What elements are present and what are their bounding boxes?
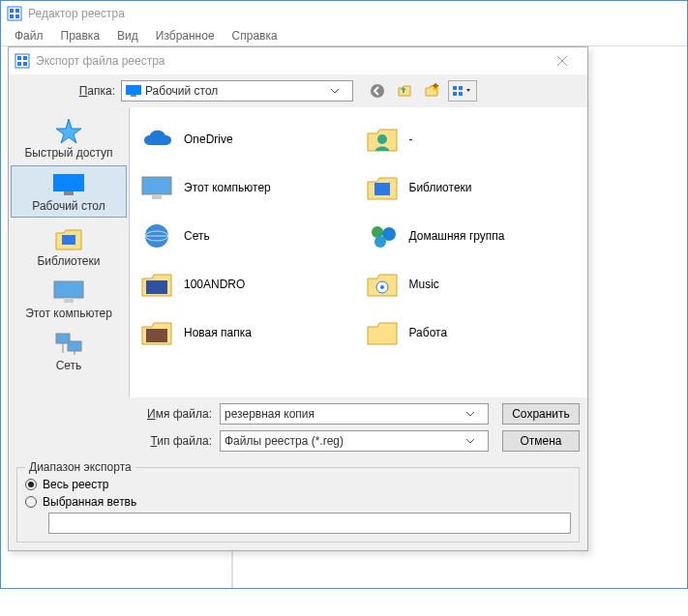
- menu-file[interactable]: Файл: [7, 27, 51, 44]
- radio-icon: [25, 479, 37, 490]
- radio-icon: [25, 496, 37, 508]
- svg-rect-13: [131, 95, 136, 97]
- svg-rect-19: [459, 86, 463, 90]
- sidebar-item-quickaccess[interactable]: Быстрый доступ: [11, 111, 127, 163]
- view-menu-button[interactable]: [448, 80, 477, 102]
- folder-icon: [363, 313, 402, 352]
- menu-view[interactable]: Вид: [109, 27, 146, 44]
- list-item[interactable]: -: [359, 115, 584, 163]
- svg-rect-12: [126, 85, 141, 95]
- menu-help[interactable]: Справка: [224, 27, 285, 44]
- filetype-label: Тип файла:: [125, 434, 212, 448]
- list-item-label: -: [409, 132, 413, 146]
- sidebar-item-computer[interactable]: Этот компьютер: [11, 274, 127, 324]
- sidebar-item-network[interactable]: Сеть: [11, 326, 127, 376]
- svg-rect-20: [459, 92, 463, 96]
- radio-label: Выбранная ветвь: [43, 495, 136, 509]
- desktop-icon: [51, 172, 86, 197]
- list-item[interactable]: Работа: [359, 308, 584, 357]
- list-item[interactable]: Новая папка: [134, 308, 359, 357]
- radio-label: Весь реестр: [43, 478, 108, 491]
- list-item-label: Работа: [409, 326, 448, 339]
- branch-input[interactable]: [48, 513, 571, 534]
- list-item[interactable]: Библиотеки: [359, 163, 584, 212]
- folder-icon: [137, 313, 176, 352]
- regedit-icon: [7, 6, 22, 21]
- svg-rect-9: [23, 62, 27, 66]
- user-folder-icon: [363, 120, 402, 159]
- export-range-legend: Диапазон экспорта: [25, 460, 135, 474]
- cancel-button[interactable]: Отмена: [502, 430, 580, 452]
- list-item[interactable]: 100ANDRO: [134, 260, 359, 308]
- menu-fav[interactable]: Избранное: [148, 27, 223, 44]
- fields-row: Имя файла: резервная копия Сохранить Тип…: [9, 397, 587, 465]
- list-item-label: Music: [409, 278, 439, 291]
- svg-rect-17: [453, 86, 457, 90]
- svg-rect-6: [17, 56, 21, 60]
- filename-label: Имя файла:: [125, 407, 212, 421]
- list-item[interactable]: Этот компьютер: [134, 163, 359, 212]
- filename-input[interactable]: резервная копия: [220, 403, 489, 425]
- new-folder-icon: ✦: [424, 83, 439, 99]
- close-button[interactable]: [543, 51, 582, 71]
- svg-rect-22: [64, 191, 74, 195]
- radio-all-registry[interactable]: Весь реестр: [25, 478, 571, 491]
- folder-row: Папка: Рабочий стол ✦: [9, 74, 587, 107]
- close-icon: [557, 56, 567, 66]
- main-title-bar: Редактор реестра: [1, 0, 687, 25]
- list-item[interactable]: Сеть: [134, 212, 359, 260]
- menu-bar: Файл Правка Вид Избранное Справка: [1, 25, 687, 46]
- svg-point-43: [380, 285, 384, 289]
- file-list[interactable]: OneDrive Этот компьютер Сеть 100ANDRO: [129, 107, 587, 397]
- svg-rect-25: [64, 298, 74, 303]
- svg-point-37: [377, 134, 387, 144]
- list-item[interactable]: Домашняя группа: [359, 212, 584, 260]
- cloud-icon: [137, 120, 176, 159]
- sidebar-item-desktop[interactable]: Рабочий стол: [11, 165, 127, 218]
- new-folder-button[interactable]: ✦: [421, 80, 442, 102]
- svg-rect-24: [54, 281, 83, 298]
- folder-label: Папка:: [67, 84, 115, 98]
- svg-rect-18: [453, 92, 457, 96]
- svg-text:✦: ✦: [431, 83, 439, 93]
- filetype-select[interactable]: Файлы реестра (*.reg): [220, 430, 489, 452]
- list-item[interactable]: OneDrive: [134, 115, 359, 163]
- back-button[interactable]: [367, 80, 388, 102]
- filename-value: резервная копия: [224, 407, 466, 421]
- svg-rect-35: [146, 280, 167, 294]
- save-button[interactable]: Сохранить: [502, 403, 580, 425]
- folder-icon: [137, 265, 176, 304]
- list-item-label: Домашняя группа: [409, 229, 505, 243]
- filetype-value: Файлы реестра (*.reg): [224, 434, 466, 448]
- star-icon: [53, 117, 84, 144]
- network-icon: [52, 332, 85, 357]
- list-item-label: Новая папка: [184, 326, 252, 339]
- up-button[interactable]: [394, 80, 415, 102]
- sidebar-item-label: Сеть: [56, 359, 82, 372]
- radio-selected-branch[interactable]: Выбранная ветвь: [25, 495, 571, 509]
- list-item[interactable]: Music: [359, 260, 584, 308]
- export-dialog: Экспорт файла реестра Папка: Рабочий сто…: [8, 46, 588, 551]
- svg-rect-38: [374, 183, 390, 195]
- chevron-down-icon: [466, 412, 484, 417]
- network-icon: [137, 217, 176, 255]
- svg-rect-1: [10, 9, 14, 13]
- save-button-label: Сохранить: [512, 407, 570, 421]
- svg-rect-21: [53, 174, 84, 191]
- folder-combo[interactable]: Рабочий стол: [121, 80, 353, 102]
- svg-rect-7: [23, 56, 27, 60]
- toolbar-icons: ✦: [367, 80, 477, 102]
- svg-rect-36: [146, 329, 167, 342]
- svg-rect-3: [10, 15, 14, 18]
- libraries-icon: [52, 225, 85, 252]
- computer-icon: [51, 279, 86, 305]
- export-range-group: Диапазон экспорта Весь реестр Выбранная …: [16, 467, 580, 543]
- menu-edit[interactable]: Правка: [53, 27, 108, 44]
- sidebar-item-libraries[interactable]: Библиотеки: [11, 220, 127, 272]
- main-title: Редактор реестра: [28, 7, 125, 20]
- computer-icon: [137, 168, 176, 207]
- sidebar-item-label: Быстрый доступ: [24, 146, 112, 160]
- svg-point-14: [371, 84, 384, 98]
- cancel-button-label: Отмена: [520, 434, 561, 448]
- regedit-icon: [15, 53, 30, 69]
